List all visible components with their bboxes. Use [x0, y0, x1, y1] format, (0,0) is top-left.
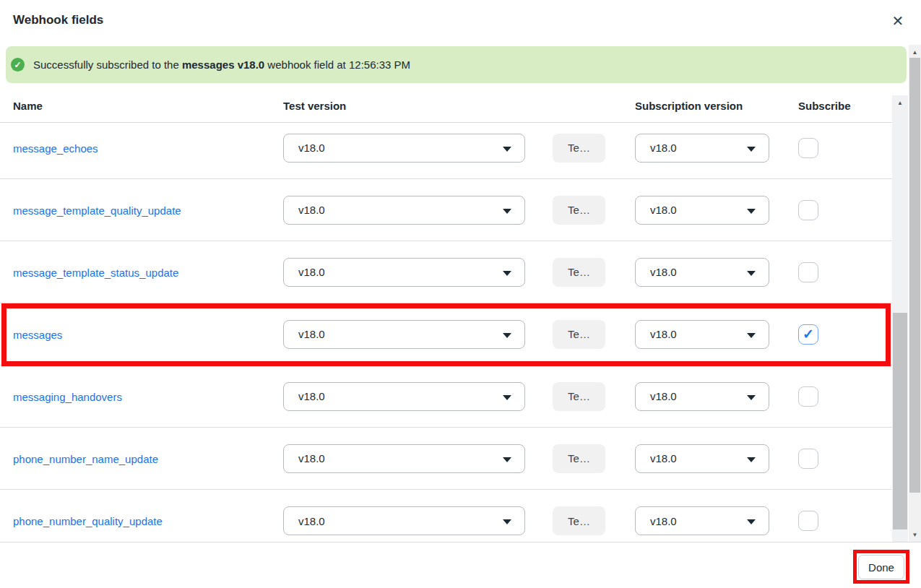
table-row: message_echoes v18.0 Te… v18.0: [0, 117, 892, 179]
chevron-down-icon: [503, 333, 511, 338]
banner-text-suffix: webhook field at 12:56:33 PM: [264, 59, 410, 71]
column-header-subscription-version: Subscription version: [635, 100, 743, 112]
done-button[interactable]: Done: [858, 555, 904, 579]
chevron-down-icon: [747, 457, 756, 462]
checkmark-icon: ✓: [803, 326, 814, 342]
chevron-down-icon: [747, 209, 756, 214]
subscription-version-value: v18.0: [650, 204, 677, 216]
subscription-version-value: v18.0: [650, 390, 677, 402]
table-scrollbar[interactable]: ▲: [892, 95, 908, 542]
subscription-version-select[interactable]: v18.0: [635, 258, 769, 287]
subscription-version-value: v18.0: [650, 328, 677, 340]
webhook-fields-dialog: Webhook fields ✕ ✓ Successfully subscrib…: [0, 0, 921, 588]
test-version-select[interactable]: v18.0: [283, 506, 525, 535]
test-button[interactable]: Te…: [553, 444, 605, 473]
test-version-select[interactable]: v18.0: [283, 196, 525, 225]
test-version-value: v18.0: [298, 266, 325, 278]
subscribe-checkbox[interactable]: [798, 511, 818, 531]
subscribe-checkbox[interactable]: ✓: [798, 324, 818, 345]
chevron-down-icon: [747, 519, 756, 524]
scroll-up-icon[interactable]: ▲: [892, 97, 908, 108]
table-header: Name Test version Subscription version S…: [0, 95, 892, 123]
test-button[interactable]: Te…: [553, 320, 605, 349]
webhook-field-link[interactable]: message_template_quality_update: [13, 204, 181, 216]
test-version-value: v18.0: [298, 204, 325, 216]
subscription-version-value: v18.0: [650, 515, 677, 527]
table-row: phone_number_quality_update v18.0 Te… v1…: [0, 490, 892, 542]
test-version-value: v18.0: [298, 452, 325, 464]
test-version-select[interactable]: v18.0: [283, 320, 525, 349]
column-header-test-version: Test version: [283, 100, 346, 112]
close-icon[interactable]: ✕: [888, 12, 907, 30]
chevron-down-icon: [503, 271, 511, 276]
webhook-field-link[interactable]: message_template_status_update: [13, 266, 178, 278]
success-banner: ✓ Successfully subscribed to the message…: [6, 46, 907, 83]
subscription-version-select[interactable]: v18.0: [635, 196, 769, 225]
test-version-value: v18.0: [298, 142, 325, 154]
table-scrollbar-thumb[interactable]: [893, 313, 907, 529]
test-version-value: v18.0: [298, 390, 325, 402]
webhook-field-link[interactable]: messaging_handovers: [13, 390, 122, 402]
test-version-select[interactable]: v18.0: [283, 258, 525, 287]
scroll-up-icon[interactable]: ▲: [909, 46, 921, 58]
test-button[interactable]: Te…: [553, 196, 605, 225]
table-rows: message_echoes v18.0 Te… v18.0 message_t…: [0, 117, 892, 542]
check-circle-icon: ✓: [11, 58, 25, 72]
table-row: messaging_handovers v18.0 Te… v18.0: [0, 366, 892, 428]
scroll-down-icon[interactable]: ▼: [909, 529, 921, 540]
chevron-down-icon: [747, 395, 756, 400]
test-version-select[interactable]: v18.0: [283, 382, 525, 411]
chevron-down-icon: [503, 519, 511, 524]
chevron-down-icon: [503, 457, 511, 462]
dialog-title: Webhook fields: [13, 13, 103, 27]
webhook-field-link[interactable]: message_echoes: [13, 142, 98, 154]
subscribe-checkbox[interactable]: [798, 200, 818, 220]
column-header-name: Name: [13, 100, 43, 112]
test-version-value: v18.0: [298, 328, 325, 340]
chevron-down-icon: [503, 147, 511, 152]
subscription-version-select[interactable]: v18.0: [635, 506, 769, 535]
table-row: messages v18.0 Te… v18.0 ✓: [0, 303, 892, 366]
webhook-fields-table: Name Test version Subscription version S…: [0, 95, 892, 542]
subscribe-checkbox[interactable]: [798, 386, 818, 407]
subscription-version-value: v18.0: [650, 142, 677, 154]
test-version-select[interactable]: v18.0: [283, 444, 525, 473]
test-button[interactable]: Te…: [553, 134, 605, 163]
subscription-version-select[interactable]: v18.0: [635, 134, 769, 163]
subscribe-checkbox[interactable]: [798, 138, 818, 158]
table-row: message_template_status_update v18.0 Te……: [0, 241, 892, 303]
chevron-down-icon: [503, 209, 511, 214]
chevron-down-icon: [747, 271, 756, 276]
subscription-version-value: v18.0: [650, 266, 677, 278]
webhook-field-link[interactable]: messages: [13, 328, 62, 340]
chevron-down-icon: [747, 333, 756, 338]
test-version-value: v18.0: [298, 515, 325, 527]
test-button[interactable]: Te…: [553, 382, 605, 411]
table-row: phone_number_name_update v18.0 Te… v18.0: [0, 428, 892, 490]
test-button[interactable]: Te…: [553, 506, 605, 535]
chevron-down-icon: [747, 147, 756, 152]
subscription-version-select[interactable]: v18.0: [635, 320, 769, 349]
column-header-subscribe: Subscribe: [798, 100, 851, 112]
test-button[interactable]: Te…: [553, 258, 605, 287]
table-row: message_template_quality_update v18.0 Te…: [0, 179, 892, 241]
dialog-scrollbar[interactable]: ▲ ▼: [909, 45, 921, 542]
subscription-version-select[interactable]: v18.0: [635, 444, 769, 473]
test-version-select[interactable]: v18.0: [283, 134, 525, 163]
success-banner-text: Successfully subscribed to the messages …: [33, 59, 410, 71]
webhook-field-link[interactable]: phone_number_name_update: [13, 452, 158, 464]
footer-divider: [0, 542, 921, 542]
subscription-version-select[interactable]: v18.0: [635, 382, 769, 411]
subscription-version-value: v18.0: [650, 452, 677, 464]
dialog-scrollbar-thumb[interactable]: [909, 58, 920, 493]
subscribe-checkbox[interactable]: [798, 449, 818, 469]
webhook-field-link[interactable]: phone_number_quality_update: [13, 515, 163, 527]
chevron-down-icon: [503, 395, 511, 400]
banner-text-prefix: Successfully subscribed to the: [33, 59, 182, 71]
subscribe-checkbox[interactable]: [798, 262, 818, 282]
banner-text-bold: messages v18.0: [182, 59, 264, 71]
